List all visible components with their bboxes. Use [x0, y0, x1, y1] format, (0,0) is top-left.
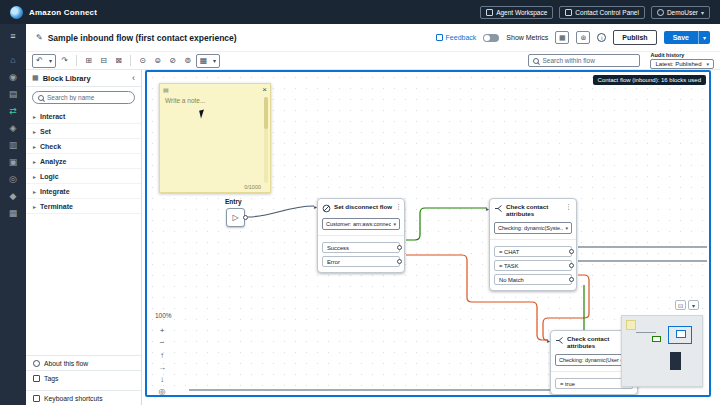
info-button[interactable]: i [597, 33, 606, 42]
branch-error: Error [322, 256, 400, 267]
branch-chat-port[interactable] [569, 249, 574, 254]
note-scrollbar[interactable] [264, 97, 268, 183]
insert-menu-button[interactable]: ▦ [197, 54, 210, 67]
branch-success-port[interactable] [397, 245, 402, 250]
block-input-port[interactable]: ▸ [486, 205, 489, 212]
feedback-link[interactable]: Feedback [436, 34, 477, 41]
branch-success: Success [322, 242, 400, 253]
block-input-port[interactable]: ▸ [547, 337, 550, 344]
block-title: Set disconnect flow [334, 203, 392, 210]
block-parameter-select[interactable]: Customer: arn:aws:connec... ▾ [322, 218, 400, 230]
block-parameter-select[interactable]: Checking: dynamic(Syste... ▾ [494, 222, 572, 234]
category-set[interactable]: ▸ Set [26, 124, 141, 139]
delete-tool-button[interactable]: ⊘ [166, 54, 179, 67]
category-interact[interactable]: ▸ Interact [26, 109, 141, 124]
gear-icon: ⊛ [580, 34, 586, 42]
agent-workspace-button[interactable]: Agent Workspace [480, 6, 553, 19]
category-label: Analyze [40, 158, 66, 165]
minimap[interactable] [621, 315, 703, 387]
close-icon[interactable]: × [262, 85, 267, 94]
lasso-tool-icon: ⊜ [154, 56, 161, 65]
nav-metrics-button[interactable]: ▤ [0, 85, 26, 102]
save-button[interactable]: Save [664, 31, 698, 44]
arrow-down-icon: ↓ [160, 375, 164, 384]
flow-tools-button[interactable]: ▦ [555, 31, 569, 44]
note-placeholder[interactable]: Write a note... [165, 97, 205, 104]
minimap-viewport[interactable] [670, 352, 681, 370]
chevron-right-icon: ▸ [33, 203, 36, 210]
check-contact-attributes-block[interactable]: ▸ Check contact attributes ⋮ Checking: d… [489, 198, 577, 291]
keyboard-shortcuts-button[interactable]: Keyboard shortcuts [26, 390, 141, 405]
nav-home-button[interactable]: ⌂ [0, 51, 26, 68]
category-logic[interactable]: ▸ Logic [26, 169, 141, 184]
flow-canvas[interactable]: Contact flow (inbound): 16 blocks used ▤… [145, 70, 711, 397]
undo-button[interactable]: ↶ [33, 54, 46, 67]
cut-button[interactable]: ⊟ [97, 54, 110, 67]
branch-chat: = CHAT [494, 246, 572, 257]
zoom-out-button[interactable]: − [156, 336, 168, 348]
category-analyze[interactable]: ▸ Analyze [26, 154, 141, 169]
tags-button[interactable]: Tags [26, 370, 141, 385]
undo-history-button[interactable]: ▾ [46, 54, 55, 67]
branch-task-port[interactable] [569, 263, 574, 268]
blocks-icon: ▦ [32, 74, 39, 82]
nav-modules-button[interactable]: ▦ [0, 204, 26, 221]
nav-menu-button[interactable]: ≡ [0, 27, 26, 44]
minimap-expand-button[interactable]: ⊡ [675, 300, 686, 310]
kebab-menu-icon[interactable]: ⋮ [395, 203, 402, 210]
nav-contact-button[interactable]: ◎ [0, 170, 26, 187]
user-menu-button[interactable]: DemoUser ▾ [651, 6, 710, 19]
flow-toolbar: ↶ ▾ ↷ ⊞ ⊟ ⊠ ⊙ ⊜ ⊘ ⊚ ▦ ▾ Audit history La… [26, 51, 720, 70]
pointer-tool-button[interactable]: ⊙ [136, 54, 149, 67]
category-check[interactable]: ▸ Check [26, 139, 141, 154]
kebab-menu-icon[interactable]: ⋮ [565, 203, 572, 210]
flow-settings-button[interactable]: ⊛ [576, 31, 590, 44]
insert-menu-caret-button[interactable]: ▾ [210, 54, 219, 67]
save-menu-button[interactable]: ▾ [698, 31, 710, 44]
edit-title-icon[interactable]: ✎ [36, 33, 43, 42]
about-this-flow-button[interactable]: About this flow [26, 355, 141, 370]
audit-history-select[interactable]: Latest: Published ▾ [650, 59, 714, 69]
nav-routing-button[interactable]: ◈ [0, 119, 26, 136]
pan-up-button[interactable]: ↑ [156, 349, 168, 361]
feedback-icon [436, 34, 443, 41]
lasso-tool-button[interactable]: ⊜ [151, 54, 164, 67]
block-branches: Success Error [318, 235, 404, 267]
category-terminate[interactable]: ▸ Terminate [26, 199, 141, 214]
group-tool-button[interactable]: ⊚ [181, 54, 194, 67]
category-integrate[interactable]: ▸ Integrate [26, 184, 141, 199]
minimap-collapse-button[interactable]: ▾ [688, 300, 699, 310]
pan-down-button[interactable]: ↓ [156, 373, 168, 385]
minimap-controls: ⊡ ▾ [675, 300, 699, 310]
center-view-button[interactable]: ◎ [156, 385, 168, 397]
nav-flows-button[interactable]: ⇄ [0, 102, 26, 119]
entry-output-port[interactable] [243, 215, 248, 220]
contact-control-panel-button[interactable]: Contact Control Panel [559, 6, 645, 19]
copy-button[interactable]: ⊞ [82, 54, 95, 67]
branch-error-port[interactable] [397, 259, 402, 264]
set-disconnect-flow-block[interactable]: ▸ Set disconnect flow ⋮ Customer: arn:aw… [317, 198, 405, 273]
nav-analytics-button[interactable]: ▥ [0, 136, 26, 153]
audit-history-label: Audit history [650, 52, 714, 58]
category-label: Set [40, 128, 51, 135]
redo-button[interactable]: ↷ [58, 54, 71, 67]
user-icon [657, 9, 664, 16]
show-metrics-toggle[interactable] [483, 34, 499, 42]
chevron-right-icon: ▸ [33, 113, 36, 120]
collapse-panel-button[interactable]: ‹ [132, 74, 135, 83]
flow-search-input[interactable] [542, 57, 635, 64]
nav-apps-button[interactable]: ◆ [0, 187, 26, 204]
branch-no-match-port[interactable] [569, 277, 574, 282]
library-search-input[interactable] [47, 94, 129, 101]
branch-task: = TASK [494, 260, 572, 271]
paste-button[interactable]: ⊠ [112, 54, 125, 67]
sticky-note[interactable]: ▤ × Write a note... 0/1000 [159, 83, 271, 193]
publish-button[interactable]: Publish [613, 30, 656, 45]
pan-right-button[interactable]: → [156, 361, 168, 373]
zoom-in-button[interactable]: + [156, 324, 168, 336]
block-input-port[interactable]: ▸ [314, 203, 317, 210]
toolbar-divider [130, 55, 131, 66]
nav-channels-button[interactable]: ▣ [0, 153, 26, 170]
arrow-right-icon: → [158, 363, 166, 372]
nav-users-button[interactable]: ◉ [0, 68, 26, 85]
